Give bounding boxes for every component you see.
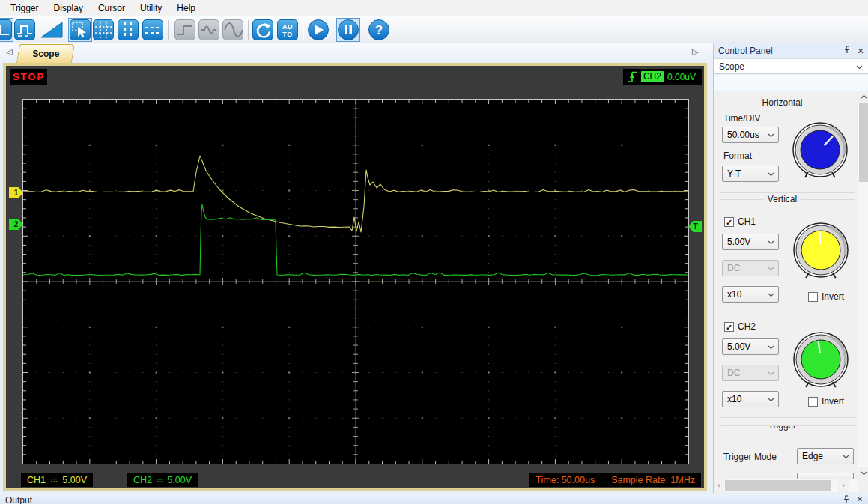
control-panel-horizontal-scrollbar[interactable]: ‹ › (714, 479, 858, 492)
pulse-icon (15, 20, 34, 40)
pause-button[interactable] (336, 18, 360, 42)
ch2-enable-checkbox[interactable]: ✓ CH2 (724, 321, 756, 332)
ch2-invert-label: Invert (822, 396, 844, 407)
chevron-down-icon (768, 293, 774, 297)
ch1-scale-value: 5.00V (62, 475, 87, 485)
ch2-scale-badge: CH2 5.00V (127, 473, 198, 487)
format-value: Y-T (727, 168, 741, 179)
close-icon[interactable]: ✕ (855, 495, 865, 504)
dc-coupling-icon (157, 477, 163, 484)
vertical-cursors-icon (118, 20, 138, 40)
question-mark-icon: ? (369, 20, 389, 40)
ch2-position-marker[interactable]: 2 (9, 219, 23, 230)
wave-icon (199, 20, 219, 40)
help-button[interactable]: ? (368, 19, 389, 40)
ch1-marker-label: 1 (14, 189, 19, 197)
horizontal-cursors-button[interactable] (142, 19, 163, 40)
ch1-position-marker[interactable]: 1 (9, 187, 23, 198)
output-panel-header: Output ✕ (0, 494, 868, 504)
chevron-down-icon (768, 172, 774, 177)
sine-wave-icon (223, 20, 243, 40)
horizontal-scroll-thumb[interactable] (725, 480, 831, 491)
ch2-scale-select[interactable]: 5.00V (722, 338, 779, 355)
dc-coupling-icon (50, 477, 58, 484)
scroll-right-icon[interactable]: › (838, 479, 849, 492)
checkbox-box (808, 292, 818, 302)
ch2-coupling-select: DC (722, 365, 779, 381)
menu-help[interactable]: Help (169, 1, 203, 16)
grid-cursors-button[interactable] (93, 19, 114, 40)
ch1-coupling-value: DC (727, 263, 740, 273)
cursor-select-button[interactable] (68, 18, 92, 42)
ch1-probe-select[interactable]: x10 (722, 286, 779, 303)
tab-bar: ◁ Scope ▷ (0, 43, 713, 63)
chevron-down-icon (768, 398, 774, 402)
scroll-down-icon[interactable] (858, 467, 868, 479)
ch2-label: CH2 (133, 475, 152, 485)
ch2-scale-value: 5.00V (727, 341, 750, 352)
ch2-position-knob[interactable] (792, 331, 849, 388)
pause-icon (338, 19, 359, 40)
vertical-cursors-button[interactable] (118, 19, 139, 40)
control-panel-vertical-scrollbar[interactable] (858, 91, 868, 479)
horizontal-knob[interactable] (792, 121, 849, 178)
ch1-enable-checkbox[interactable]: ✓ CH1 (724, 216, 756, 227)
output-panel-title: Output (5, 495, 32, 504)
ch1-checkbox-label: CH1 (738, 216, 756, 227)
scroll-up-icon[interactable] (858, 91, 868, 103)
falling-edge-trigger-button[interactable] (0, 18, 13, 42)
tab-scroll-right-icon[interactable]: ▷ (692, 47, 698, 57)
panel-mode-value: Scope (719, 61, 744, 72)
format-select[interactable]: Y-T (722, 166, 779, 182)
control-panel-header: Control Panel ✕ (714, 43, 868, 58)
ch1-scale-select[interactable]: 5.00V (722, 234, 779, 250)
menu-cursor[interactable]: Cursor (91, 1, 133, 16)
chevron-down-icon (768, 371, 774, 376)
acquisition-status-badge: STOP (10, 69, 47, 85)
trigger-level-marker[interactable]: T (688, 221, 702, 232)
pulse-trigger-button[interactable] (14, 19, 35, 40)
trigger-group-title: Trigger (765, 425, 801, 431)
trigger-mode-select[interactable]: Edge (797, 448, 854, 464)
vertical-scroll-thumb[interactable] (859, 103, 868, 182)
ch1-invert-checkbox[interactable]: Invert (808, 291, 844, 302)
ch1-position-knob[interactable] (792, 222, 849, 279)
ch1-coupling-select: DC (722, 260, 779, 276)
trigger-source-select-clipped[interactable] (797, 473, 854, 479)
ch1-scale-value: 5.00V (727, 237, 750, 247)
pin-icon[interactable] (841, 495, 852, 504)
toolbar-separator (248, 20, 249, 40)
auto-label: AUTO (278, 20, 297, 38)
ch2-invert-checkbox[interactable]: Invert (808, 396, 844, 407)
run-button[interactable] (308, 19, 329, 40)
time-div-select[interactable]: 50.00us (722, 127, 779, 143)
tab-scope-label: Scope (19, 45, 73, 59)
sine-wave-button-disabled (222, 19, 243, 40)
menu-trigger[interactable]: Trigger (3, 1, 46, 16)
tab-scope[interactable]: Scope (16, 44, 75, 63)
ch2-coupling-value: DC (727, 368, 740, 378)
chevron-down-icon (768, 345, 774, 350)
menu-utility[interactable]: Utility (133, 1, 169, 16)
refresh-icon (253, 20, 273, 40)
ch2-probe-select[interactable]: x10 (722, 391, 779, 407)
close-icon[interactable]: ✕ (855, 46, 866, 56)
pin-icon[interactable] (842, 46, 852, 56)
tab-scroll-left-icon[interactable]: ◁ (6, 47, 12, 57)
cursor-arrow-icon (70, 19, 91, 40)
scroll-left-icon[interactable]: ‹ (714, 479, 724, 492)
ramp-trigger-button[interactable] (40, 21, 63, 41)
menu-bar: Trigger Display Cursor Utility Help (0, 0, 868, 16)
panel-mode-select[interactable]: Scope (714, 58, 868, 74)
rising-edge-icon (628, 70, 637, 83)
menu-display[interactable]: Display (46, 1, 91, 16)
wave-button-disabled (198, 19, 219, 40)
sample-rate-value: Sample Rate: 1MHz (611, 475, 695, 485)
horizontal-cursors-icon (143, 20, 163, 40)
trigger-mode-label: Trigger Mode (723, 452, 777, 462)
panel-divider (714, 75, 868, 91)
auto-setup-button[interactable]: AUTO (277, 19, 298, 40)
ch1-probe-value: x10 (727, 289, 741, 300)
refresh-button[interactable] (252, 19, 273, 40)
toolbar: AUTO ? (0, 16, 868, 43)
